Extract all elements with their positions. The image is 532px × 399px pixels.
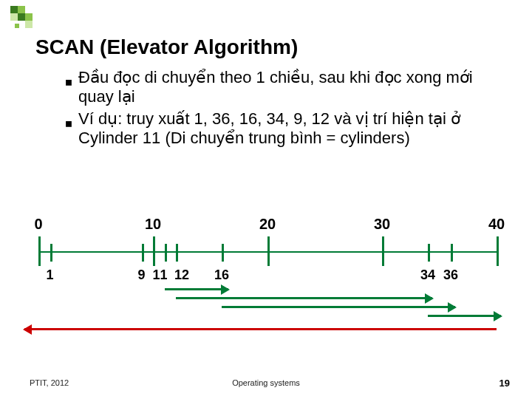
- axis-label: 20: [259, 216, 276, 233]
- bullet-text: Đầu đọc di chuyển theo 1 chiều, sau khi …: [78, 68, 502, 106]
- major-tick: [267, 236, 270, 266]
- major-tick: [382, 236, 384, 266]
- move-arrow-right: [176, 297, 432, 299]
- request-label: 34: [420, 267, 435, 283]
- move-arrow-right: [165, 288, 229, 290]
- axis-label: 0: [34, 216, 42, 233]
- request-label: 9: [137, 267, 145, 283]
- minor-tick: [428, 244, 430, 262]
- minor-tick: [451, 244, 453, 262]
- scan-diagram: 0 10 20 30 40 1 9 11 12 16 34 36: [38, 207, 497, 355]
- major-tick: [497, 236, 499, 266]
- bullet-list: ◼ Đầu đọc di chuyển theo 1 chiều, sau kh…: [65, 68, 502, 151]
- minor-tick: [50, 244, 52, 262]
- axis-label: 40: [488, 216, 505, 233]
- footer-center: Operating systems: [0, 378, 532, 387]
- request-label: 1: [46, 267, 53, 283]
- axis-label: 30: [374, 216, 390, 233]
- bullet-text: Ví dụ: truy xuất 1, 36, 16, 34, 9, 12 và…: [78, 109, 502, 148]
- bullet-icon: ◼: [65, 68, 78, 106]
- move-arrow-right: [428, 315, 501, 317]
- request-label: 16: [214, 267, 229, 283]
- list-item: ◼ Ví dụ: truy xuất 1, 36, 16, 34, 9, 12 …: [65, 109, 502, 148]
- slide-title: SCAN (Elevator Algorithm): [35, 35, 298, 59]
- list-item: ◼ Đầu đọc di chuyển theo 1 chiều, sau kh…: [65, 68, 502, 106]
- major-tick: [153, 236, 155, 266]
- minor-tick: [176, 244, 178, 262]
- move-arrow-left: [24, 328, 497, 330]
- major-tick: [38, 236, 41, 266]
- minor-tick: [165, 244, 167, 262]
- request-label: 12: [174, 267, 189, 283]
- minor-tick: [142, 244, 144, 262]
- page-number: 19: [499, 378, 510, 389]
- request-label: 36: [443, 267, 458, 283]
- bullet-icon: ◼: [65, 109, 78, 148]
- move-arrow-right: [222, 306, 455, 308]
- minor-tick: [222, 244, 224, 262]
- request-label: 11: [152, 267, 167, 283]
- axis-label: 10: [145, 216, 161, 233]
